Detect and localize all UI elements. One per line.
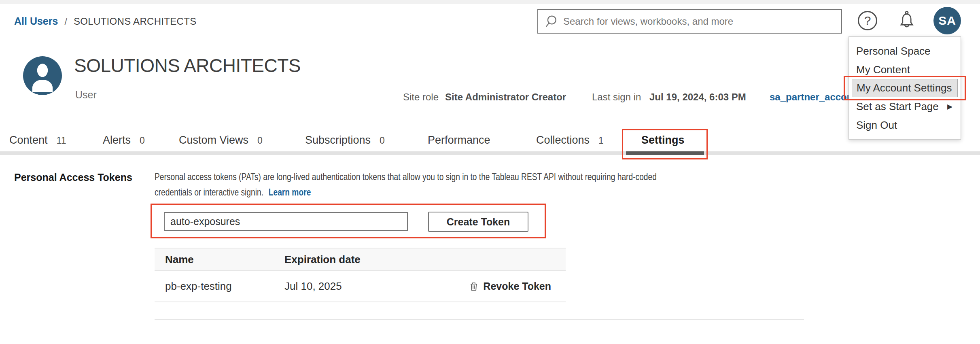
user-account-menu: Personal Space My Content My Account Set… bbox=[848, 36, 961, 140]
pat-section-heading: Personal Access Tokens bbox=[14, 172, 132, 183]
site-role-label: Site role bbox=[403, 91, 439, 103]
top-strip bbox=[0, 0, 980, 4]
last-sign-in-label: Last sign in bbox=[592, 91, 641, 103]
tab-label: Settings bbox=[641, 134, 685, 147]
tab-count: 1 bbox=[598, 135, 604, 146]
create-token-button[interactable]: Create Token bbox=[428, 212, 528, 232]
search-icon bbox=[544, 14, 558, 29]
tableau-user-settings-page: All Users / SOLUTIONS ARCHITECTS ? SA Pe… bbox=[0, 0, 980, 344]
person-icon bbox=[23, 56, 62, 95]
trash-icon bbox=[469, 281, 479, 292]
pat-description-line2-row: credentials or interactive signin. Learn… bbox=[155, 185, 657, 200]
submenu-arrow-icon: ▶ bbox=[947, 102, 953, 111]
menu-item-sign-out[interactable]: Sign Out bbox=[849, 116, 961, 134]
search-box[interactable] bbox=[537, 9, 842, 34]
tab-count: 11 bbox=[57, 135, 66, 146]
tab-label: Content bbox=[9, 134, 48, 147]
help-icon[interactable]: ? bbox=[858, 11, 877, 30]
tab-label: Custom Views bbox=[179, 134, 248, 147]
token-name-cell: pb-exp-testing bbox=[155, 280, 284, 293]
breadcrumb-all-users-link[interactable]: All Users bbox=[14, 15, 58, 27]
menu-item-label: My Account Settings bbox=[857, 82, 952, 94]
column-header-expiration: Expiration date bbox=[284, 253, 566, 266]
tab-label: Alerts bbox=[103, 134, 131, 147]
tab-settings[interactable]: Settings bbox=[641, 134, 685, 147]
pat-description-line2: credentials or interactive signin. bbox=[155, 185, 263, 200]
learn-more-link[interactable]: Learn more bbox=[269, 185, 311, 200]
tab-subscriptions[interactable]: Subscriptions 0 bbox=[305, 134, 385, 147]
menu-item-label: Sign Out bbox=[856, 119, 897, 132]
help-glyph: ? bbox=[864, 14, 871, 28]
tab-collections[interactable]: Collections 1 bbox=[536, 134, 604, 147]
site-role-value: Site Administrator Creator bbox=[445, 91, 566, 103]
token-table-row: pb-exp-testing Jul 10, 2025 Revoke Token bbox=[155, 271, 566, 302]
token-table-header: Name Expiration date bbox=[155, 248, 566, 271]
menu-item-my-account-settings[interactable]: My Account Settings bbox=[852, 79, 958, 97]
tab-content[interactable]: Content 11 bbox=[9, 134, 66, 147]
tab-count: 0 bbox=[257, 135, 263, 146]
pat-description: Personal access tokens (PATs) are long-l… bbox=[155, 169, 657, 200]
token-name-input[interactable] bbox=[164, 212, 408, 231]
breadcrumb-separator: / bbox=[64, 16, 67, 27]
active-tab-indicator bbox=[626, 151, 704, 155]
tab-count: 0 bbox=[140, 135, 145, 146]
breadcrumb-current: SOLUTIONS ARCHITECTS bbox=[74, 16, 196, 27]
menu-item-label: Personal Space bbox=[856, 45, 931, 57]
tab-count: 0 bbox=[380, 135, 385, 146]
section-divider bbox=[155, 319, 804, 320]
token-table: Name Expiration date pb-exp-testing Jul … bbox=[155, 248, 566, 302]
menu-item-set-as-start-page[interactable]: Set as Start Page ▶ bbox=[849, 97, 961, 116]
tab-performance[interactable]: Performance bbox=[428, 134, 490, 147]
tab-label: Collections bbox=[536, 134, 590, 147]
tab-label: Performance bbox=[428, 134, 490, 147]
tab-label: Subscriptions bbox=[305, 134, 371, 147]
profile-avatar bbox=[23, 56, 62, 95]
user-type-label: User bbox=[75, 89, 97, 101]
menu-item-label: Set as Start Page bbox=[856, 100, 939, 113]
tab-alerts[interactable]: Alerts 0 bbox=[103, 134, 145, 147]
tab-custom-views[interactable]: Custom Views 0 bbox=[179, 134, 263, 147]
menu-item-personal-space[interactable]: Personal Space bbox=[849, 42, 961, 60]
pat-description-line1: Personal access tokens (PATs) are long-l… bbox=[155, 169, 657, 185]
menu-item-label: My Content bbox=[856, 64, 910, 76]
account-name-link[interactable]: sa_partner_accou bbox=[770, 91, 853, 103]
column-header-name: Name bbox=[155, 253, 284, 266]
tab-bar-underline bbox=[0, 151, 980, 155]
avatar-initials: SA bbox=[938, 14, 956, 28]
page-title: SOLUTIONS ARCHITECTS bbox=[74, 55, 301, 76]
notifications-bell-icon[interactable] bbox=[897, 10, 917, 31]
user-avatar-button[interactable]: SA bbox=[933, 7, 961, 34]
revoke-token-button[interactable]: Revoke Token bbox=[469, 271, 551, 302]
last-sign-in-value: Jul 19, 2024, 6:03 PM bbox=[649, 91, 746, 103]
search-input[interactable] bbox=[563, 16, 836, 27]
breadcrumb: All Users / SOLUTIONS ARCHITECTS bbox=[14, 15, 196, 27]
revoke-token-label: Revoke Token bbox=[483, 280, 551, 292]
menu-item-my-content[interactable]: My Content bbox=[849, 60, 961, 79]
